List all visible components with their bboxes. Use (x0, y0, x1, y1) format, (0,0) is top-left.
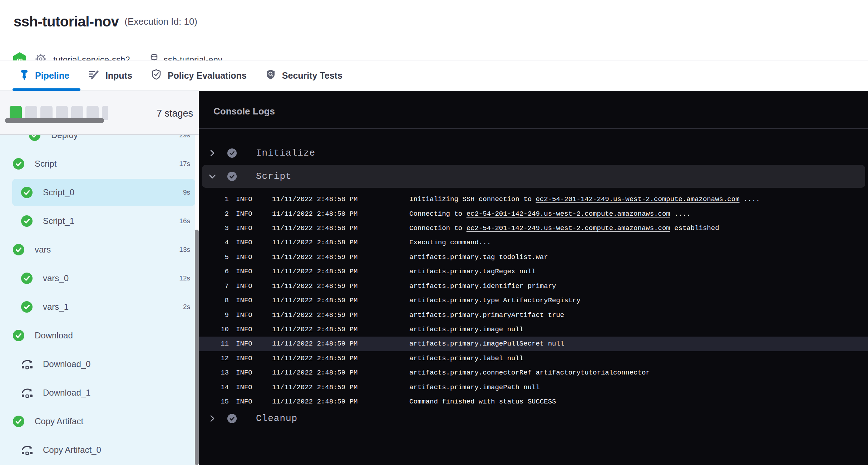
log-line-number: 13 (199, 369, 229, 377)
log-row[interactable]: 7INFO11/11/2022 2:48:59 PMartifacts.prim… (199, 279, 868, 293)
stage-label: Copy Artifact_0 (43, 445, 101, 455)
stage-row-download-1[interactable]: Download_1 (0, 378, 199, 407)
log-section-cleanup[interactable]: Cleanup (199, 410, 868, 427)
log-row[interactable]: 2INFO11/11/2022 2:48:58 PMConnecting to … (199, 206, 868, 221)
execution-page: ssh-tutorial-nov (Execution Id: 10) ∞ (0, 0, 868, 465)
stage-label: vars_1 (43, 302, 69, 312)
log-row[interactable]: 8INFO11/11/2022 2:48:59 PMartifacts.prim… (199, 293, 868, 308)
log-level: INFO (229, 195, 265, 203)
log-timestamp: 11/11/2022 2:48:59 PM (265, 354, 402, 362)
tab-security-tests[interactable]: Security Tests (266, 69, 342, 82)
log-message: artifacts.primary.connectorRef artifacto… (402, 369, 868, 377)
log-host-link[interactable]: ec2-54-201-142-249.us-west-2.compute.ama… (467, 210, 670, 218)
log-line-number: 14 (199, 383, 229, 391)
log-row[interactable]: 15INFO11/11/2022 2:48:59 PMCommand finis… (199, 395, 868, 409)
stage-label: Deploy (51, 135, 78, 140)
log-line-number: 8 (199, 297, 229, 304)
stage-label: Script_1 (43, 216, 74, 226)
success-check-icon (13, 158, 25, 170)
tab-pipeline[interactable]: Pipeline (20, 69, 69, 82)
log-row[interactable]: 10INFO11/11/2022 2:48:59 PMartifacts.pri… (199, 322, 868, 337)
section-name: Cleanup (256, 413, 297, 424)
stage-label: vars (35, 245, 51, 255)
tab-inputs[interactable]: Inputs (88, 69, 132, 82)
log-row[interactable]: 6INFO11/11/2022 2:48:59 PMartifacts.prim… (199, 264, 868, 279)
stage-duration: 12s (179, 274, 190, 282)
log-row[interactable]: 1INFO11/11/2022 2:48:58 PMInitializing S… (199, 192, 868, 206)
log-message: artifacts.primary.tag todolist.war (402, 253, 868, 261)
log-row[interactable]: 11INFO11/11/2022 2:48:59 PMartifacts.pri… (199, 337, 868, 351)
tab-label: Inputs (105, 70, 132, 81)
log-line-number: 4 (199, 239, 229, 246)
log-line-number: 6 (199, 268, 229, 275)
log-row[interactable]: 13INFO11/11/2022 2:48:59 PMartifacts.pri… (199, 366, 868, 380)
stages-horizontal-scrollbar[interactable] (5, 118, 104, 123)
stage-row-copy-artifact[interactable]: Copy Artifact (0, 407, 199, 436)
log-section-script[interactable]: Script (199, 168, 868, 185)
chevron-right-icon[interactable] (208, 414, 217, 424)
log-timestamp: 11/11/2022 2:48:59 PM (265, 340, 402, 348)
log-level: INFO (229, 369, 265, 377)
active-tab-underline (13, 88, 80, 91)
tab-policy-evaluations[interactable]: Policy Evaluations (151, 69, 247, 82)
page-header: ssh-tutorial-nov (Execution Id: 10) ∞ (0, 0, 868, 60)
log-timestamp: 11/11/2022 2:48:58 PM (265, 239, 402, 246)
log-row[interactable]: 12INFO11/11/2022 2:48:59 PMartifacts.pri… (199, 351, 868, 366)
stage-row-deploy[interactable]: Deploy29s (0, 135, 199, 150)
log-timestamp: 11/11/2022 2:48:58 PM (265, 195, 402, 203)
step-success-icon (227, 148, 237, 160)
tab-label: Security Tests (282, 70, 342, 81)
log-host-link[interactable]: ec2-54-201-142-249.us-west-2.compute.ama… (536, 195, 739, 203)
log-timestamp: 11/11/2022 2:48:59 PM (265, 282, 402, 290)
log-row[interactable]: 3INFO11/11/2022 2:48:58 PMConnection to … (199, 221, 868, 235)
success-check-icon (21, 215, 33, 227)
stages-sidebar: 7 stages Deploy29sScript17sScript_09sScr… (0, 91, 199, 465)
stage-row-script-0[interactable]: Script_09s (0, 178, 199, 207)
log-section-initialize[interactable]: Initialize (199, 145, 868, 161)
log-line-number: 7 (199, 282, 229, 290)
log-level: INFO (229, 398, 265, 406)
policy-shield-check-icon (151, 69, 161, 82)
log-row[interactable]: 4INFO11/11/2022 2:48:58 PMExecuting comm… (199, 235, 868, 250)
log-message: Executing command... (402, 239, 868, 246)
log-host-link[interactable]: ec2-54-201-142-249.us-west-2.compute.ama… (467, 224, 670, 232)
stage-row-script-1[interactable]: Script_116s (0, 207, 199, 235)
tab-label: Pipeline (35, 70, 69, 81)
console-title: Console Logs (213, 106, 275, 117)
log-level: INFO (229, 340, 265, 348)
log-line-number: 5 (199, 253, 229, 261)
log-message: Command finished with status SUCCESS (402, 398, 868, 406)
stage-row-vars-1[interactable]: vars_12s (0, 293, 199, 321)
log-row[interactable]: 5INFO11/11/2022 2:48:59 PMartifacts.prim… (199, 250, 868, 264)
log-row[interactable]: 9INFO11/11/2022 2:48:59 PMartifacts.prim… (199, 308, 868, 322)
log-level: INFO (229, 354, 265, 362)
chevron-right-icon[interactable] (208, 149, 217, 159)
stage-segment (102, 106, 108, 120)
title-row: ssh-tutorial-nov (Execution Id: 10) (14, 12, 197, 31)
stage-row-download[interactable]: Download (0, 321, 199, 350)
stage-row-vars[interactable]: vars13s (0, 235, 199, 264)
tab-bar: Pipeline Inputs (0, 60, 868, 91)
stage-row-vars-0[interactable]: vars_012s (0, 264, 199, 293)
stage-row-script[interactable]: Script17s (0, 150, 199, 178)
success-check-icon (21, 301, 33, 313)
log-message: Connecting to ec2-54-201-142-249.us-west… (402, 210, 868, 218)
stage-row-download-0[interactable]: Download_0 (0, 350, 199, 378)
stage-duration: 9s (183, 189, 190, 196)
stage-row-copy-artifact-0[interactable]: Copy Artifact_0 (0, 436, 199, 464)
stage-label: Download (35, 331, 73, 341)
console-divider (199, 128, 868, 129)
log-message: artifacts.primary.tagRegex null (402, 268, 868, 275)
log-message: artifacts.primary.imagePath null (402, 383, 868, 391)
stage-label: Download_0 (43, 359, 90, 369)
log-message: artifacts.primary.image null (402, 326, 868, 333)
stage-step-list: Deploy29sScript17sScript_09sScript_116sv… (0, 135, 199, 465)
log-timestamp: 11/11/2022 2:48:58 PM (265, 210, 402, 218)
log-message: Initializing SSH connection to ec2-54-20… (402, 195, 868, 203)
log-timestamp: 11/11/2022 2:48:59 PM (265, 311, 402, 319)
step-success-icon (227, 171, 237, 183)
log-level: INFO (229, 383, 265, 391)
chevron-down-icon[interactable] (208, 172, 217, 182)
log-level: INFO (229, 282, 265, 290)
log-row[interactable]: 14INFO11/11/2022 2:48:59 PMartifacts.pri… (199, 380, 868, 394)
